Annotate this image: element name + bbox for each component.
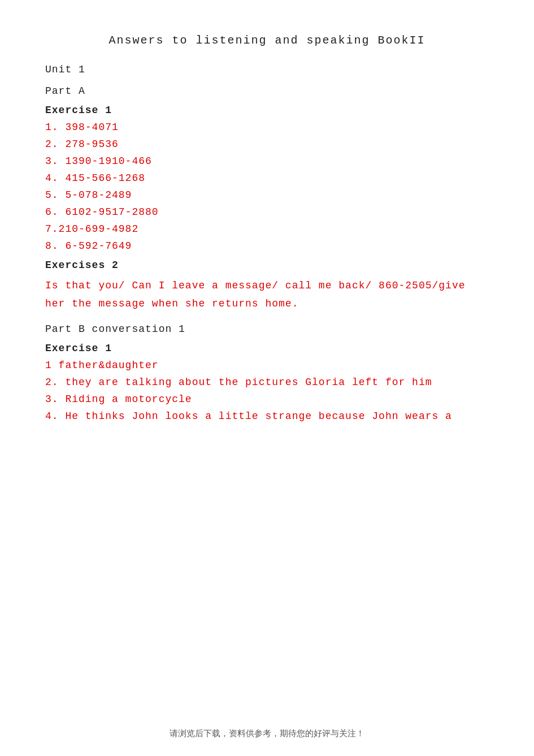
exercise1b-heading: Exercise 1 (45, 343, 489, 354)
footer-note: 请浏览后下载，资料供参考，期待您的好评与关注！ (0, 728, 534, 739)
part-a-heading: Part A (45, 85, 489, 97)
answer-4: 4. 415-566-1268 (45, 172, 489, 184)
answer-b1: 1 father&daughter (45, 360, 489, 371)
page: Answers to listening and speaking BookII… (0, 0, 534, 756)
answer-7: 7.210-699-4982 (45, 223, 489, 235)
part-b-heading: Part B conversation 1 (45, 323, 489, 335)
answer-2: 2. 278-9536 (45, 139, 489, 150)
page-title: Answers to listening and speaking BookII (45, 34, 489, 47)
answer-b3: 3. Riding a motorcycle (45, 394, 489, 405)
answer-6: 6. 6102-9517-2880 (45, 206, 489, 218)
answer-5: 5. 5-078-2489 (45, 189, 489, 201)
answer-ex2: Is that you/ Can I leave a message/ call… (45, 277, 489, 313)
answer-3: 3. 1390-1910-466 (45, 155, 489, 167)
answer-b4: 4. He thinks John looks a little strange… (45, 411, 489, 422)
answer-8: 8. 6-592-7649 (45, 240, 489, 252)
unit-heading: Unit 1 (45, 64, 489, 75)
answer-b2: 2. they are talking about the pictures G… (45, 377, 489, 388)
exercise1-heading: Exercise 1 (45, 105, 489, 116)
exercises2-heading: Exercises 2 (45, 260, 489, 271)
answer-1: 1. 398-4071 (45, 122, 489, 133)
